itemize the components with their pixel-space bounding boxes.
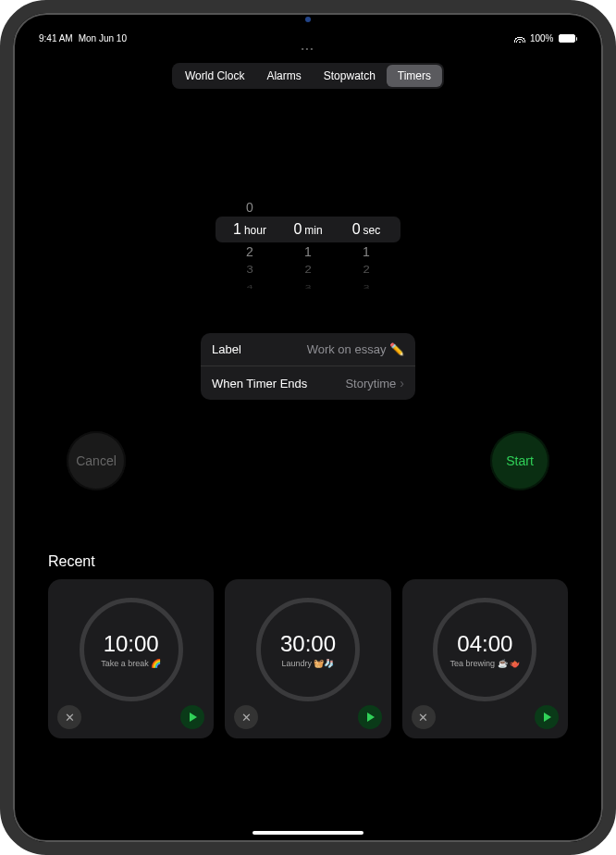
recent-heading: Recent: [48, 553, 95, 570]
picker-hour-above[interactable]: 0: [223, 200, 277, 215]
close-icon: ✕: [418, 711, 428, 725]
status-date: Mon Jun 10: [79, 33, 127, 43]
duration-picker[interactable]: 0 1hour 0min 0sec 2 1 1 3 2 2 4 3 3: [216, 198, 400, 295]
picker-sec[interactable]: 0: [352, 221, 361, 237]
recent-timers: 10:00 Take a break 🌈 ✕ 30:00 Laundry 🧺🧦 …: [48, 579, 568, 738]
timer-label: Tea brewing ☕️ 🫖: [445, 659, 526, 669]
home-indicator[interactable]: [253, 831, 363, 835]
timer-time: 30:00: [280, 631, 336, 657]
play-icon: [190, 712, 197, 722]
timer-time: 10:00: [104, 631, 159, 657]
delete-timer-button[interactable]: ✕: [57, 705, 81, 729]
close-icon: ✕: [65, 711, 75, 725]
timer-settings: Label Work on essay ✏️ When Timer Ends S…: [201, 333, 415, 400]
chevron-right-icon: ›: [400, 376, 404, 390]
timer-dial: 30:00 Laundry 🧺🧦: [256, 598, 360, 701]
recent-timer-card[interactable]: 04:00 Tea brewing ☕️ 🫖 ✕: [402, 579, 568, 738]
multitasking-dots[interactable]: •••: [302, 44, 314, 53]
camera-dot: [305, 17, 311, 22]
cancel-button[interactable]: Cancel: [67, 431, 126, 490]
tab-alarms[interactable]: Alarms: [255, 65, 312, 87]
close-icon: ✕: [241, 711, 252, 725]
timer-dial: 04:00 Tea brewing ☕️ 🫖: [433, 598, 536, 701]
tab-stopwatch[interactable]: Stopwatch: [313, 65, 387, 87]
recent-timer-card[interactable]: 30:00 Laundry 🧺🧦 ✕: [225, 579, 390, 738]
play-icon: [367, 712, 375, 722]
mode-tabs: World Clock Alarms Stopwatch Timers: [172, 63, 444, 89]
delete-timer-button[interactable]: ✕: [234, 705, 258, 729]
when-ends-row[interactable]: When Timer Ends Storytime ›: [201, 366, 415, 400]
start-timer-button[interactable]: [180, 705, 204, 729]
delete-timer-button[interactable]: ✕: [412, 705, 436, 729]
play-icon: [544, 712, 551, 722]
tab-world-clock[interactable]: World Clock: [174, 65, 255, 87]
timer-dial: 10:00 Take a break 🌈: [80, 598, 183, 701]
ipad-frame: 9:41 AM Mon Jun 10 100% ••• World Clock …: [0, 0, 616, 855]
label-row[interactable]: Label Work on essay ✏️: [201, 333, 415, 366]
picker-min[interactable]: 0: [293, 221, 302, 237]
status-time: 9:41 AM: [39, 33, 73, 43]
battery-icon: [559, 34, 578, 43]
battery-percent: 100%: [530, 33, 554, 43]
timer-label: Take a break 🌈: [95, 659, 166, 669]
wifi-icon: [514, 34, 525, 43]
label-value: Work on essay ✏️: [307, 342, 404, 356]
picker-selected-row[interactable]: 1hour 0min 0sec: [216, 217, 400, 242]
timer-time: 04:00: [457, 631, 512, 657]
timer-label: Laundry 🧺🧦: [276, 659, 339, 669]
recent-timer-card[interactable]: 10:00 Take a break 🌈 ✕: [48, 579, 214, 738]
status-bar: 9:41 AM Mon Jun 10 100%: [13, 33, 603, 43]
label-key: Label: [212, 342, 241, 356]
start-button[interactable]: Start: [490, 431, 549, 490]
picker-hour[interactable]: 1: [233, 221, 241, 237]
when-ends-value: Storytime: [345, 377, 396, 390]
start-timer-button[interactable]: [535, 705, 559, 729]
start-timer-button[interactable]: [358, 705, 382, 729]
when-ends-key: When Timer Ends: [212, 377, 307, 390]
tab-timers[interactable]: Timers: [387, 65, 442, 87]
